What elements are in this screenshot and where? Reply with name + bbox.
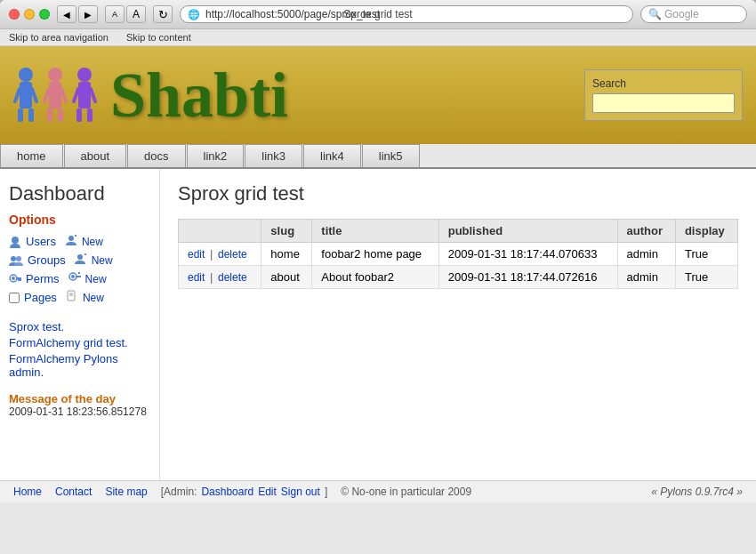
svg-line-4 — [15, 89, 20, 101]
main-nav: home about docs link2 link3 link4 link5 — [0, 144, 756, 169]
svg-point-24 — [77, 254, 83, 260]
perms-new-link[interactable]: New — [85, 273, 107, 285]
nav-home[interactable]: home — [0, 144, 63, 167]
new-group-icon — [75, 253, 87, 265]
search-label: Search — [592, 77, 626, 90]
key-icon — [9, 273, 21, 285]
person-icon — [9, 236, 21, 248]
figure-purple — [72, 64, 97, 126]
nav-about[interactable]: about — [64, 144, 127, 167]
row-author-2: admin — [617, 266, 675, 289]
row-published-2: 2009-01-31 18:17:44.072616 — [438, 266, 617, 289]
footer-contact-link[interactable]: Contact — [55, 486, 92, 498]
sprox-test-link[interactable]: Sprox test. — [9, 320, 150, 333]
footer-edit-link[interactable]: Edit — [258, 486, 277, 498]
edit-link-2[interactable]: edit — [188, 271, 205, 284]
footer-links: Home Contact Site map — [13, 486, 148, 498]
col-title: title — [312, 220, 438, 243]
minimize-button[interactable] — [24, 9, 35, 20]
perms-link[interactable]: Perms — [26, 272, 60, 285]
row-slug-1: home — [261, 243, 312, 266]
figure-blue — [13, 64, 38, 126]
new-person-icon — [65, 234, 77, 246]
nav-link5[interactable]: link5 — [362, 144, 420, 167]
skip-content-link[interactable]: Skip to content — [126, 32, 191, 43]
formalchemy-pylons-link[interactable]: FormAlchemy Pylons admin. — [9, 352, 150, 379]
sidebar-links: Sprox test. FormAlchemy grid test. FormA… — [9, 320, 150, 379]
font-large-button[interactable]: A — [126, 5, 146, 23]
forward-button[interactable]: ▶ — [78, 5, 98, 23]
svg-rect-31 — [18, 279, 20, 281]
new-key-icon — [68, 271, 81, 284]
svg-point-23 — [16, 256, 21, 261]
pages-new-link[interactable]: New — [83, 292, 104, 304]
col-published: published — [438, 220, 617, 243]
pages-checkbox[interactable] — [9, 293, 20, 303]
delete-link-2[interactable]: delete — [218, 271, 247, 284]
content-area: Sprox grid test slug title published aut… — [160, 169, 756, 480]
nav-link2[interactable]: link2 — [187, 144, 245, 167]
site-header: Shabti Search — [0, 46, 756, 144]
svg-rect-9 — [58, 108, 63, 122]
footer-signout-link[interactable]: Sign out — [281, 486, 320, 498]
col-actions — [179, 220, 261, 243]
footer-dashboard-link[interactable]: Dashboard — [201, 486, 253, 498]
new-page-icon — [66, 290, 78, 302]
svg-line-16 — [74, 89, 78, 101]
svg-line-11 — [61, 89, 66, 101]
header-search-input[interactable] — [592, 93, 735, 113]
sep-1: | — [210, 247, 213, 261]
address-url: http://localhost:5000/page/sprox_test — [205, 8, 625, 20]
maximize-button[interactable] — [39, 9, 50, 20]
navigation-arrows: ◀ ▶ — [57, 5, 98, 23]
sidebar-item-pages: Pages New — [9, 288, 150, 307]
row-display-2: True — [675, 266, 737, 289]
edit-link-1[interactable]: edit — [188, 248, 205, 261]
groups-link[interactable]: Groups — [28, 253, 66, 267]
footer-admin-close: ] — [325, 486, 327, 498]
groups-new-link[interactable]: New — [92, 254, 113, 267]
sidebar-item-users: Users New — [9, 232, 150, 251]
col-slug: slug — [261, 220, 312, 243]
users-link[interactable]: Users — [26, 235, 56, 248]
footer-pylons-version: « Pylons 0.9.7rc4 » — [651, 486, 743, 498]
col-author: author — [617, 220, 675, 243]
svg-rect-30 — [20, 279, 21, 281]
users-new-link[interactable]: New — [82, 236, 103, 248]
window-title: Sprox grid test — [343, 8, 412, 20]
footer-admin-open: [Admin: — [161, 486, 197, 498]
reload-button[interactable]: ↻ — [153, 5, 173, 23]
svg-point-18 — [12, 237, 19, 244]
footer-sitemap-link[interactable]: Site map — [105, 486, 147, 498]
row-slug-2: about — [261, 266, 312, 289]
main-layout: Dashboard Options Users — [0, 169, 756, 480]
message-of-day-title: Message of the day — [9, 392, 150, 405]
delete-link-1[interactable]: delete — [218, 248, 247, 261]
footer-home-link[interactable]: Home — [13, 486, 42, 498]
search-icon: 🔍 — [648, 8, 662, 20]
svg-rect-34 — [76, 276, 81, 277]
row-actions: edit | delete — [179, 243, 261, 266]
close-button[interactable] — [9, 9, 20, 20]
svg-rect-13 — [78, 82, 91, 108]
nav-docs[interactable]: docs — [127, 144, 185, 167]
header-search-area: Search — [584, 69, 743, 121]
footer-copyright: © No-one in particular 2009 — [341, 486, 471, 498]
back-button[interactable]: ◀ — [57, 5, 76, 23]
skip-nav-link[interactable]: Skip to area navigation — [9, 32, 109, 43]
nav-link4[interactable]: link4 — [303, 144, 361, 167]
font-small-button[interactable]: A — [105, 5, 125, 23]
timestamp: 2009-01-31 18:23:56.851278 — [9, 405, 150, 418]
table-row: edit | delete about About foobar2 2009-0… — [179, 266, 738, 289]
sidebar-item-groups: Groups New — [9, 251, 150, 269]
browser-search-input[interactable]: 🔍 Google — [640, 5, 747, 23]
sidebar-item-perms: Perms New — [9, 269, 150, 288]
svg-rect-15 — [87, 108, 92, 122]
svg-rect-14 — [76, 108, 82, 122]
nav-link3[interactable]: link3 — [245, 144, 302, 167]
row-published-1: 2009-01-31 18:17:44.070633 — [438, 243, 617, 266]
pages-link[interactable]: Pages — [24, 291, 57, 304]
sidebar-title: Dashboard — [9, 182, 150, 205]
formalchemy-grid-link[interactable]: FormAlchemy grid test. — [9, 336, 150, 349]
skip-links: Skip to area navigation Skip to content — [0, 29, 756, 46]
